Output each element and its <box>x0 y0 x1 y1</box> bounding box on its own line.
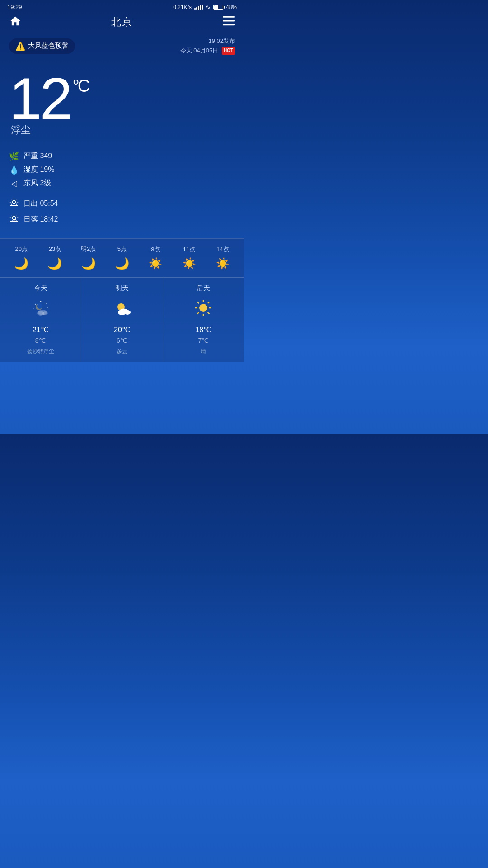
svg-point-25 <box>37 303 42 309</box>
svg-rect-2 <box>223 24 235 26</box>
svg-point-22 <box>47 307 48 308</box>
sun-icon-6: ☀️ <box>216 257 230 270</box>
app-header: 北京 <box>0 12 244 34</box>
svg-point-23 <box>33 308 34 309</box>
wind-label: 东风 2级 <box>23 179 51 188</box>
svg-point-3 <box>12 200 15 203</box>
hourly-section: 20点 🌙 23点 🌙 明2点 🌙 5点 🌙 8点 ☀️ 11点 ☀️ 14点 … <box>0 238 244 277</box>
svg-line-38 <box>197 302 199 303</box>
temp-unit: °C <box>73 77 89 94</box>
alert-row: ⚠️ 大风蓝色预警 19:02发布 今天 04月05日 HOT <box>0 34 244 58</box>
hour-time-2: 明2点 <box>81 245 96 253</box>
day-high-aftertomorrow: 18℃ <box>195 326 211 334</box>
sunrise-label: 日出 05:54 <box>23 199 58 208</box>
day-item-aftertomorrow: 后天 18℃ 7℃ 晴 <box>163 278 244 362</box>
svg-point-20 <box>34 303 35 304</box>
svg-line-39 <box>208 312 210 314</box>
sunset-stat: 日落 18:42 <box>9 213 235 226</box>
menu-button[interactable] <box>222 16 235 28</box>
humidity-stat: 💧 湿度 19% <box>9 165 235 175</box>
alert-badge[interactable]: ⚠️ 大风蓝色预警 <box>9 38 75 54</box>
temp-value: 12 <box>9 69 71 128</box>
sunrise-icon <box>9 198 19 210</box>
status-bar: 19:29 0.21K/s ∿ 48% <box>0 0 244 12</box>
day-desc-today: 扬沙转浮尘 <box>27 348 54 355</box>
hour-item-1: 23点 🌙 <box>41 245 68 271</box>
day-high-tomorrow: 20℃ <box>114 326 130 334</box>
svg-point-33 <box>199 304 207 312</box>
hour-item-6: 14点 ☀️ <box>209 245 236 270</box>
svg-rect-0 <box>223 16 235 18</box>
hour-item-0: 20点 🌙 <box>8 245 35 271</box>
hour-time-6: 14点 <box>216 245 229 254</box>
wifi-icon: ∿ <box>206 4 211 10</box>
temperature-section: 12 °C 浮尘 <box>0 60 244 149</box>
home-icon <box>9 15 22 28</box>
network-speed: 0.21K/s <box>173 4 192 10</box>
big-temperature: 12 °C <box>9 69 235 128</box>
menu-icon <box>222 16 235 26</box>
hour-time-3: 5点 <box>117 245 127 253</box>
sunset-label: 日落 18:42 <box>23 215 58 224</box>
svg-point-28 <box>42 311 48 315</box>
hour-time-1: 23点 <box>49 245 61 253</box>
alert-warning-icon: ⚠️ <box>15 41 25 51</box>
day-label-tomorrow: 明天 <box>115 284 129 292</box>
svg-point-21 <box>46 303 47 304</box>
hour-item-4: 8点 ☀️ <box>142 245 169 270</box>
leaf-icon: 🌿 <box>9 151 19 161</box>
moon-icon-3: 🌙 <box>115 257 129 271</box>
battery-icon <box>213 5 223 10</box>
day-icon-tomorrow <box>112 298 132 321</box>
day-low-today: 8℃ <box>35 337 46 344</box>
home-button[interactable] <box>9 15 22 29</box>
hot-badge: HOT <box>222 47 235 55</box>
svg-rect-1 <box>223 20 235 22</box>
moon-icon-1: 🌙 <box>47 257 62 271</box>
alert-label: 大风蓝色预警 <box>28 42 69 50</box>
svg-line-7 <box>16 199 16 200</box>
svg-line-10 <box>11 203 12 204</box>
svg-point-19 <box>40 301 41 302</box>
day-low-tomorrow: 6℃ <box>117 337 127 344</box>
hour-item-2: 明2点 🌙 <box>75 245 102 271</box>
svg-line-16 <box>16 215 16 216</box>
svg-line-41 <box>197 312 199 314</box>
wind-icon: ◁ <box>9 179 19 189</box>
day-icon-today <box>31 298 51 321</box>
publish-date: 今天 04月05日 HOT <box>180 46 235 56</box>
day-desc-tomorrow: 多云 <box>117 348 127 355</box>
day-high-today: 21℃ <box>33 326 49 334</box>
day-item-tomorrow: 明天 20℃ 6℃ 多云 <box>81 278 163 362</box>
day-item-today: 今天 21℃ 8℃ 扬沙转浮尘 <box>0 278 81 362</box>
hour-time-4: 8点 <box>151 245 160 254</box>
svg-line-8 <box>12 199 12 200</box>
day-label-aftertomorrow: 后天 <box>197 284 210 292</box>
day-icon-aftertomorrow <box>193 298 213 321</box>
sun-icon-5: ☀️ <box>183 257 196 270</box>
moon-icon-0: 🌙 <box>14 257 28 271</box>
signal-icon <box>194 5 203 10</box>
sun-icon-4: ☀️ <box>149 257 162 270</box>
day-low-aftertomorrow: 7℃ <box>198 337 209 344</box>
sunrise-stat: 日出 05:54 <box>9 198 235 210</box>
svg-point-32 <box>124 310 131 315</box>
battery-percent: 48% <box>226 4 237 10</box>
svg-line-11 <box>16 203 17 204</box>
humidity-label: 湿度 19% <box>23 165 54 175</box>
hour-time-0: 20点 <box>15 245 27 253</box>
daily-section: 今天 21℃ 8℃ 扬沙转浮尘 明天 <box>0 277 244 362</box>
svg-point-12 <box>12 216 15 219</box>
moon-icon-2: 🌙 <box>81 257 96 271</box>
hour-item-3: 5点 🌙 <box>108 245 136 271</box>
sunset-icon <box>9 213 19 226</box>
status-time: 19:29 <box>7 4 22 10</box>
humidity-icon: 💧 <box>9 165 19 175</box>
alert-info: 19:02发布 今天 04月05日 HOT <box>180 37 235 56</box>
svg-line-17 <box>12 215 12 216</box>
aqi-stat: 🌿 严重 349 <box>9 151 235 161</box>
hour-item-5: 11点 ☀️ <box>176 245 203 270</box>
aqi-label: 严重 349 <box>23 151 52 161</box>
hour-time-5: 11点 <box>183 245 195 254</box>
svg-line-40 <box>208 302 210 303</box>
